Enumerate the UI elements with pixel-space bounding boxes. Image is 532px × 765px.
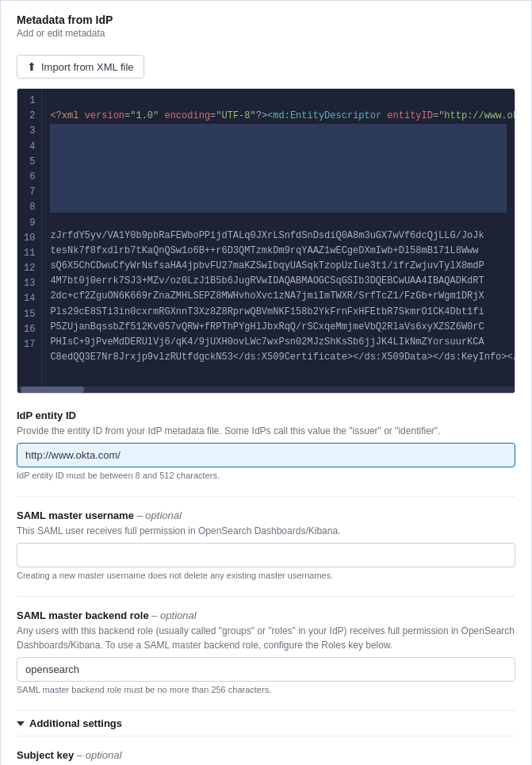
subject-key-label: Subject key – optional — [17, 749, 515, 761]
chevron-down-icon — [17, 721, 25, 726]
idp-entity-id-label: IdP entity ID — [17, 409, 515, 421]
import-button-label: Import from XML file — [41, 61, 134, 73]
page-subtitle: Add or edit metadata — [17, 28, 515, 39]
additional-settings-toggle[interactable]: Additional settings — [17, 710, 515, 736]
upload-icon: ⬆ — [27, 60, 36, 73]
import-xml-button[interactable]: ⬆ Import from XML file — [17, 55, 144, 79]
divider-1 — [17, 496, 515, 497]
xml-code-content[interactable]: <?xml version="1.0" encoding="UTF-8"?><m… — [42, 89, 515, 385]
saml-master-username-section: SAML master username – optional This SAM… — [17, 509, 515, 580]
saml-master-backend-role-section: SAML master backend role – optional Any … — [17, 609, 515, 694]
idp-entity-id-description: Provide the entity ID from your IdP meta… — [17, 424, 515, 438]
header-section: Metadata from IdP Add or edit metadata — [17, 13, 515, 39]
saml-master-backend-role-label: SAML master backend role – optional — [17, 609, 515, 621]
main-container: Metadata from IdP Add or edit metadata ⬆… — [0, 0, 532, 765]
saml-master-backend-role-input[interactable] — [17, 657, 515, 682]
saml-master-backend-role-hint: SAML master backend role must be no more… — [17, 685, 515, 694]
saml-master-username-hint: Creating a new master username does not … — [17, 571, 515, 580]
saml-master-username-input[interactable] — [17, 543, 515, 567]
xml-code-editor[interactable]: 1 2 3 4 5 6 7 8 9 10 11 12 13 14 15 16 1… — [17, 88, 515, 394]
additional-settings-label: Additional settings — [29, 717, 122, 729]
saml-master-username-description: This SAML user receives full permission … — [17, 524, 515, 538]
idp-entity-id-hint: IdP entity ID must be between 8 and 512 … — [17, 471, 515, 480]
page-title: Metadata from IdP — [17, 13, 515, 26]
saml-master-backend-role-description: Any users with this backend role (usuall… — [17, 624, 515, 652]
horizontal-scrollbar[interactable] — [17, 386, 515, 393]
idp-entity-id-input[interactable] — [17, 443, 515, 467]
line-numbers: 1 2 3 4 5 6 7 8 9 10 11 12 13 14 15 16 1… — [17, 89, 42, 385]
divider-2 — [17, 596, 515, 597]
idp-entity-id-section: IdP entity ID Provide the entity ID from… — [17, 409, 515, 480]
saml-master-username-label: SAML master username – optional — [17, 509, 515, 521]
subject-key-section: Subject key – optional If the IdP does n… — [17, 749, 515, 765]
